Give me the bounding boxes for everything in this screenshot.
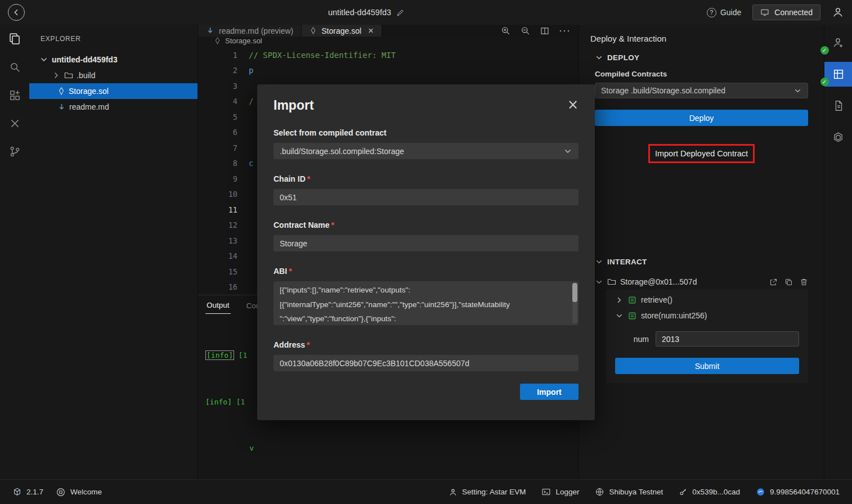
tree-item-readme-md[interactable]: readme.md	[29, 99, 198, 115]
zoom-in-icon[interactable]	[500, 25, 511, 36]
abi-textarea[interactable]: [{"inputs":[],"name":"retrieve","outputs…	[273, 281, 579, 325]
solidity-file-icon	[57, 87, 65, 95]
edit-title-icon[interactable]	[396, 8, 405, 17]
contract-functions-panel: retrieve() store(num:uint256) num Submit	[606, 290, 808, 383]
connected-button[interactable]: Connected	[752, 4, 820, 20]
chevron-down-icon	[595, 53, 603, 62]
network-label: Shibuya Testnet	[609, 488, 663, 496]
help-icon: ?	[707, 8, 716, 17]
chevron-down-icon	[595, 258, 603, 266]
tree-item-build[interactable]: .build	[29, 68, 198, 83]
required-marker: *	[331, 220, 334, 230]
modal-title: Import	[273, 98, 314, 113]
tab-readme[interactable]: readme.md (preview)	[198, 25, 302, 37]
abi-scrollbar-thumb[interactable]	[572, 283, 577, 302]
open-external-icon[interactable]	[769, 278, 778, 286]
openai-icon	[832, 131, 845, 144]
git-activity-button[interactable]	[0, 142, 29, 161]
num-param-label: num	[615, 335, 649, 344]
terminal-icon	[541, 487, 551, 497]
guide-label: Guide	[720, 8, 741, 17]
interact-section-header[interactable]: INTERACT	[595, 258, 808, 266]
interact-section-label: INTERACT	[607, 258, 647, 266]
import-deployed-contract-button[interactable]: Import Deployed Contract	[648, 144, 755, 163]
import-submit-button[interactable]: Import	[520, 384, 579, 400]
chevron-down-icon	[615, 312, 624, 320]
person-icon	[449, 488, 458, 497]
balance-icon	[756, 487, 765, 497]
extensions-icon	[8, 89, 21, 102]
extensions-activity-button[interactable]	[0, 86, 29, 105]
code-text: // SPDX-License-Identifier: MIT	[244, 51, 396, 60]
interaction-activity-button[interactable]: ✓	[824, 62, 852, 87]
user-avatar-icon[interactable]	[832, 6, 844, 19]
required-marker: *	[307, 340, 310, 349]
back-button[interactable]	[8, 4, 25, 21]
build-folder-label: .build	[77, 71, 95, 80]
welcome-item[interactable]: Welcome	[56, 487, 102, 497]
contract-name-input[interactable]	[273, 235, 579, 251]
chain-id-input[interactable]	[273, 189, 579, 205]
setting-label: Setting: Astar EVM	[462, 488, 526, 496]
line-number: 12	[198, 220, 244, 230]
report-activity-button[interactable]	[824, 93, 852, 118]
tab-storage[interactable]: Storage.sol ×	[302, 25, 382, 37]
num-param-input[interactable]	[656, 331, 799, 346]
copy-icon[interactable]	[784, 278, 793, 286]
account-icon	[832, 36, 845, 50]
zoom-out-icon[interactable]	[520, 25, 531, 36]
network-item[interactable]: Shibuya Testnet	[595, 487, 663, 497]
tree-root-folder[interactable]: untitled-dd459fd3	[29, 52, 198, 68]
function-row-store[interactable]: store(num:uint256)	[615, 308, 799, 323]
tree-item-storage-sol[interactable]: Storage.sol	[29, 83, 198, 99]
abi-scrollbar-track[interactable]	[572, 283, 577, 323]
version-label: 2.1.7	[26, 488, 43, 496]
function-row-retrieve[interactable]: retrieve()	[615, 292, 799, 308]
submit-button[interactable]: Submit	[615, 358, 799, 374]
chain-id-label: Chain ID*	[273, 174, 579, 183]
folder-icon	[607, 277, 616, 286]
contract-name-label: Contract Name*	[273, 220, 579, 230]
tab-output[interactable]: Output	[205, 297, 231, 314]
setting-item[interactable]: Setting: Astar EVM	[449, 488, 526, 497]
chevron-right-icon	[52, 71, 61, 80]
delete-icon[interactable]	[800, 278, 808, 286]
account-activity-button[interactable]: ✓	[824, 30, 852, 55]
solidity-file-icon	[310, 27, 317, 34]
compiled-contract-select[interactable]: Storage .build/Storage.sol.compiled	[595, 83, 808, 98]
function-icon	[628, 296, 636, 304]
modal-close-icon[interactable]: ×	[567, 98, 579, 111]
chevron-down-icon	[595, 278, 603, 286]
logger-item[interactable]: Logger	[541, 487, 579, 497]
required-marker: *	[289, 267, 292, 276]
deploy-section-header[interactable]: DEPLOY	[595, 53, 808, 62]
split-editor-icon[interactable]	[540, 26, 550, 36]
deploy-button[interactable]: Deploy	[595, 110, 808, 126]
account-item[interactable]: 0x539b...0cad	[679, 488, 740, 497]
chevron-right-icon	[615, 296, 624, 304]
close-tab-icon[interactable]: ×	[368, 25, 374, 37]
compiled-contract-value: Storage .build/Storage.sol.compiled	[601, 86, 725, 95]
explorer-activity-button[interactable]	[0, 29, 29, 48]
code-line[interactable]: 2p	[198, 63, 579, 79]
git-branch-icon	[8, 145, 21, 158]
breadcrumb[interactable]: Storage.sol	[198, 37, 579, 45]
more-actions-icon[interactable]: ···	[559, 25, 571, 37]
chevron-down-icon	[793, 87, 802, 95]
abi-line: ":"view","type":"function"},{"inputs":	[280, 312, 565, 325]
import-modal: Import × Select from compiled contract .…	[257, 84, 595, 420]
address-input[interactable]	[273, 355, 579, 371]
search-activity-button[interactable]	[0, 57, 29, 76]
compiled-contract-select[interactable]: .build/Storage.sol.compiled:Storage	[273, 143, 579, 159]
markdown-file-icon	[206, 26, 214, 35]
editor-actions: ···	[500, 25, 579, 37]
contract-instance-label: Storage@0x01...507d	[620, 277, 697, 286]
balance-item[interactable]: 9.998564047670001	[756, 487, 840, 497]
solidity-file-icon	[214, 37, 221, 44]
x-tool-activity-button[interactable]	[0, 114, 29, 133]
contract-instance-row[interactable]: Storage@0x01...507d	[595, 274, 808, 290]
code-line[interactable]: 1// SPDX-License-Identifier: MIT	[198, 47, 579, 63]
version-item[interactable]: 2.1.7	[12, 487, 43, 497]
guide-button[interactable]: ? Guide	[707, 8, 741, 17]
ai-assistant-activity-button[interactable]	[824, 125, 852, 150]
